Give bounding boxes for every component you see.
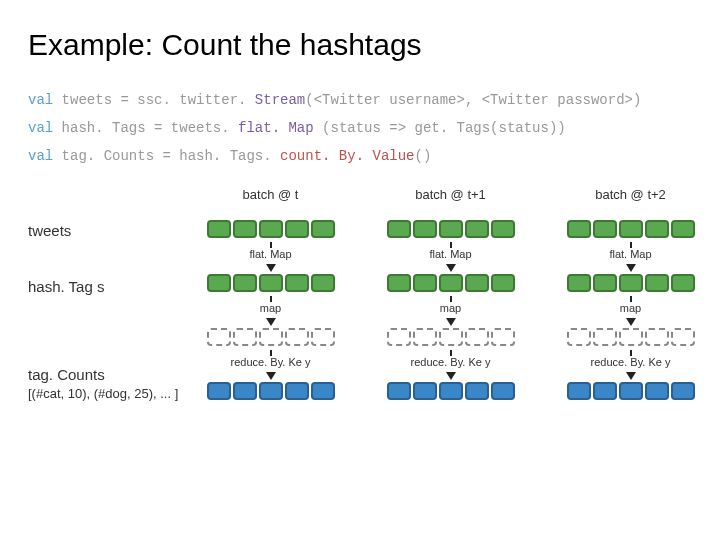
rdd-intermediate [198,328,343,346]
op-flatmap: flat. Map [378,248,523,264]
partition-block [259,382,283,400]
partition-block [645,328,669,346]
keyword-val: val [28,148,53,164]
partition-block [259,274,283,292]
keyword-val: val [28,120,53,136]
partition-block [311,274,335,292]
partition-block [207,382,231,400]
code-text: (<Twitter username>, <Twitter password>) [305,92,641,108]
partition-block [567,328,591,346]
code-text: (status => get. Tags(status)) [314,120,566,136]
partition-block [311,220,335,238]
partition-block [439,220,463,238]
batch-column-t: batch @ t flat. Map map reduce. By. Ke y [198,188,343,404]
code-text: hash. Tags = tweets. [53,120,238,136]
code-block: val tweets = ssc. twitter. Stream(<Twitt… [28,86,692,170]
arrow-down-icon [626,318,636,326]
arrow-down-icon [266,372,276,380]
op-flatmap: flat. Map [198,248,343,264]
batch-column-t1: batch @ t+1 flat. Map map reduce. By. Ke… [378,188,523,404]
code-line-3: val tag. Counts = hash. Tags. count. By.… [28,142,692,170]
partition-block [387,274,411,292]
partition-block [233,274,257,292]
partition-block [413,382,437,400]
partition-block [491,328,515,346]
rdd-intermediate [378,328,523,346]
partition-block [413,328,437,346]
arrow-down-icon [446,372,456,380]
arrow-down-icon [266,318,276,326]
partition-block [207,274,231,292]
op-reducebykey: reduce. By. Ke y [558,356,703,372]
op-reducebykey: reduce. By. Ke y [198,356,343,372]
partition-block [491,220,515,238]
partition-block [387,220,411,238]
code-text: () [414,148,431,164]
code-text: tag. Counts = hash. Tags. [53,148,280,164]
partition-block [593,382,617,400]
partition-block [207,220,231,238]
method-countbyvalue: count. By. Value [280,148,414,164]
partition-block [465,382,489,400]
partition-block [285,328,309,346]
slide-title: Example: Count the hashtags [28,28,692,62]
partition-block [387,382,411,400]
partition-block [645,220,669,238]
partition-block [311,382,335,400]
partition-block [439,382,463,400]
partition-block [593,328,617,346]
partition-block [645,382,669,400]
partition-block [413,274,437,292]
rdd-tagcounts [198,382,343,400]
partition-block [671,382,695,400]
partition-block [593,220,617,238]
partition-block [233,220,257,238]
partition-block [671,220,695,238]
partition-block [413,220,437,238]
partition-block [671,274,695,292]
partition-block [619,328,643,346]
partition-block [465,220,489,238]
partition-block [311,328,335,346]
rdd-tagcounts [378,382,523,400]
label-tweets: tweets [28,222,71,239]
output-tuples: [(#cat, 10), (#dog, 25), ... ] [28,386,198,402]
op-flatmap: flat. Map [558,248,703,264]
label-hashtags: hash. Tag s [28,278,104,295]
keyword-val: val [28,92,53,108]
arrow-down-icon [626,372,636,380]
partition-block [567,220,591,238]
op-map: map [558,302,703,318]
partition-block [285,274,309,292]
partition-block [491,382,515,400]
partition-block [671,328,695,346]
code-text: tweets = ssc. twitter. [53,92,255,108]
partition-block [645,274,669,292]
batch-label: batch @ t+1 [378,188,523,216]
partition-block [233,328,257,346]
rdd-intermediate [558,328,703,346]
partition-block [387,328,411,346]
partition-block [259,220,283,238]
batch-label: batch @ t [198,188,343,216]
partition-block [285,220,309,238]
label-tagcounts: tag. Counts [28,366,105,383]
partition-block [465,274,489,292]
partition-block [439,274,463,292]
arrow-down-icon [266,264,276,272]
code-line-2: val hash. Tags = tweets. flat. Map (stat… [28,114,692,142]
rdd-tweets [198,220,343,238]
rdd-tweets [558,220,703,238]
stream-diagram: tweets hash. Tag s tag. Counts [(#cat, 1… [28,188,692,468]
rdd-hashtags [558,274,703,292]
op-map: map [198,302,343,318]
partition-block [567,274,591,292]
partition-block [439,328,463,346]
op-map: map [378,302,523,318]
batch-column-t2: batch @ t+2 flat. Map map reduce. By. Ke… [558,188,703,404]
op-reducebykey: reduce. By. Ke y [378,356,523,372]
partition-block [619,382,643,400]
method-stream: Stream [255,92,305,108]
partition-block [465,328,489,346]
rdd-tweets [378,220,523,238]
